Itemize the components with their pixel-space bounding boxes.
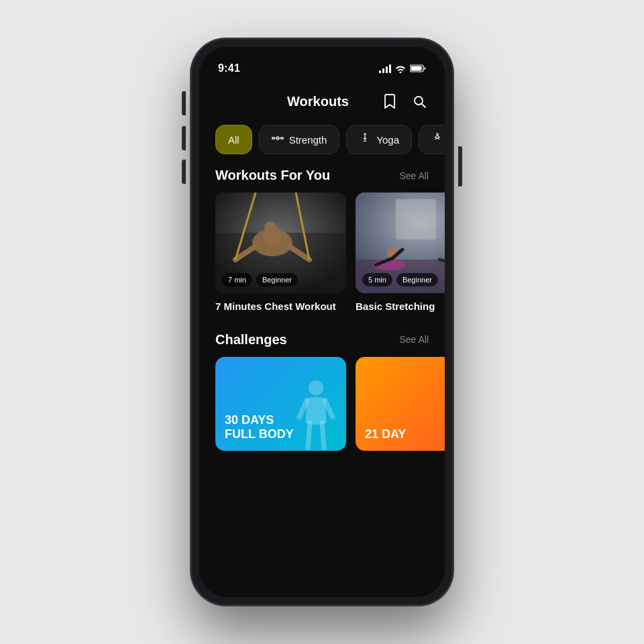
phone-frame: 9:41 [191, 39, 453, 605]
search-button[interactable] [410, 92, 429, 111]
stretching-level-badge: Beginner [396, 273, 438, 286]
challenges-section-header: Challenges See All [199, 329, 445, 357]
challenge-card-21days[interactable]: 21 DAY [356, 357, 445, 451]
workouts-section-title: Workouts For You [215, 168, 330, 183]
card-image-chest: 7 min Beginner [215, 193, 346, 293]
challenges-cards-list: 30 DAYS FULL BODY 21 DAY [199, 357, 445, 467]
page-header: Workouts [199, 80, 445, 119]
tab-strength[interactable]: Strength [259, 125, 340, 154]
svg-line-3 [422, 104, 425, 107]
tab-yoga-label: Yoga [376, 134, 399, 146]
svg-point-35 [309, 380, 323, 395]
workout-card-chest[interactable]: 7 min Beginner 7 Minutes Chest Workout [215, 193, 346, 313]
svg-point-2 [415, 97, 423, 105]
stretching-card-title: Basic Stretching [356, 300, 445, 313]
wifi-icon [395, 64, 406, 73]
bookmark-button[interactable] [380, 91, 399, 111]
stretching-card-badges: 5 min Beginner [362, 273, 438, 286]
challenges-section-title: Challenges [215, 332, 287, 347]
stretching-duration-badge: 5 min [362, 273, 392, 286]
tab-yoga[interactable]: Yoga [346, 125, 412, 154]
workout-card-stretching[interactable]: 5 min Beginner Basic Stretching [356, 193, 445, 313]
svg-point-10 [364, 133, 366, 135]
scroll-content[interactable]: Workouts [199, 80, 445, 597]
challenge-30days-line2: FULL BODY [225, 427, 337, 441]
yoga-icon [359, 132, 371, 147]
notch [278, 47, 366, 68]
stretching-icon [431, 132, 443, 147]
tab-strength-label: Strength [289, 134, 327, 146]
chest-level-badge: Beginner [256, 273, 298, 286]
challenge-30days-line1: 30 DAYS [225, 413, 337, 427]
tab-all-label: All [228, 134, 239, 146]
header-action-icons [380, 91, 429, 111]
chest-card-badges: 7 min Beginner [222, 273, 298, 286]
chest-duration-badge: 7 min [222, 273, 252, 286]
category-tabs: All Strength [199, 119, 445, 165]
battery-icon [410, 64, 426, 72]
chest-card-title: 7 Minutes Chest Workout [215, 300, 346, 313]
challenge-21days-line1: 21 DAY [365, 427, 445, 441]
status-icons [379, 64, 426, 73]
workouts-see-all-button[interactable]: See All [399, 170, 429, 181]
workouts-section-header: Workouts For You See All [199, 165, 445, 193]
challenge-card-30days[interactable]: 30 DAYS FULL BODY [215, 357, 346, 451]
challenges-see-all-button[interactable]: See All [399, 334, 429, 345]
strength-icon [272, 132, 284, 147]
signal-icon [379, 64, 391, 73]
phone-screen: 9:41 [199, 47, 445, 597]
svg-point-11 [437, 133, 438, 135]
workout-cards-list: 7 min Beginner 7 Minutes Chest Workout [199, 193, 445, 329]
page-title: Workouts [256, 94, 380, 109]
status-time: 9:41 [218, 62, 240, 74]
tab-all[interactable]: All [215, 125, 252, 154]
tab-stretching[interactable]: Stre... [419, 125, 445, 154]
svg-rect-1 [411, 66, 422, 71]
card-image-stretching: 5 min Beginner [356, 193, 445, 293]
